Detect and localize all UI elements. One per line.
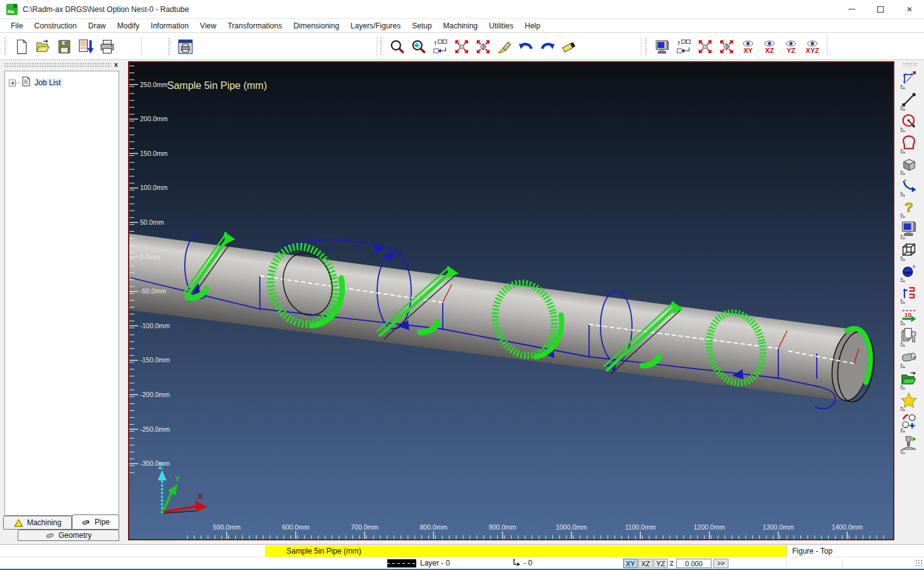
favorites-star-button[interactable] (900, 389, 921, 411)
auto-dimension-button[interactable]: 10 (900, 304, 921, 325)
viewport-layout-button[interactable] (673, 36, 694, 57)
menu-item-help[interactable]: Help (519, 20, 546, 32)
window-title: C:\Radm-ax DRGS\Nest Option Nest-0 - Rad… (23, 5, 189, 14)
toolbar-grip[interactable] (903, 62, 918, 66)
panel-close-icon[interactable]: x (112, 61, 120, 68)
viewport-layout-button[interactable] (430, 36, 451, 57)
redo-button[interactable] (537, 36, 558, 57)
orbit-view-button[interactable] (900, 261, 921, 282)
solid-cube-button[interactable] (900, 153, 921, 175)
plane-xy-button[interactable]: XY (623, 559, 638, 568)
menu-item-file[interactable]: File (5, 20, 28, 32)
z-axis-label: z (670, 559, 674, 567)
expand-more-button[interactable]: >> (713, 559, 728, 568)
print-preview-icon (177, 39, 194, 55)
zoom-extents-3d-button[interactable] (472, 36, 494, 57)
view-yz-button[interactable]: YZ (780, 36, 802, 57)
zoom-button[interactable] (387, 36, 408, 57)
menu-item-layers-figures[interactable]: Layers/Figures (345, 20, 406, 32)
view-xy-button[interactable]: XY (737, 36, 759, 57)
redraw-brush-button[interactable] (494, 36, 515, 57)
toolbar-grip[interactable] (380, 37, 383, 56)
tab-geometry[interactable]: Geometry (18, 530, 119, 541)
snap-points-button[interactable] (900, 411, 921, 432)
menu-item-view[interactable]: View (194, 20, 222, 32)
layer-linestyle-icon[interactable] (387, 559, 416, 567)
dimension-bounds-button[interactable] (900, 68, 921, 89)
panel-grip[interactable] (4, 62, 111, 68)
toolbar-grip[interactable] (4, 37, 7, 56)
save-file-icon (56, 39, 73, 55)
eraser-icon (561, 39, 577, 55)
render-view-button[interactable] (652, 36, 673, 57)
menu-item-construction[interactable]: Construction (28, 20, 82, 32)
help-button[interactable]: ? (900, 196, 921, 218)
menu-item-modify[interactable]: Modify (112, 20, 145, 32)
zoom-extents-icon (453, 39, 470, 55)
menu-item-machining[interactable]: Machining (438, 20, 484, 32)
open-file-icon (35, 39, 51, 55)
app-icon: Ra (6, 4, 18, 15)
svg-text:1100.0mm: 1100.0mm (625, 523, 656, 531)
svg-text:-50.0mm: -50.0mm (140, 287, 167, 295)
tool-library-button[interactable] (900, 325, 921, 347)
svg-text:-150.0mm: -150.0mm (140, 356, 170, 364)
zoom-previous-button[interactable] (408, 36, 430, 57)
eraser-button[interactable] (558, 36, 580, 57)
panel-tabs: Machining Pipe Geometry (0, 514, 124, 544)
import-folder-button[interactable] (900, 368, 921, 389)
menu-item-utilities[interactable]: Utilities (483, 20, 519, 32)
toolbar-grip[interactable] (645, 37, 648, 56)
z-value-input[interactable] (676, 559, 711, 568)
redraw-brush-icon (496, 39, 513, 55)
svg-text:GOIX: GOIX (80, 46, 88, 50)
maximize-icon (877, 6, 884, 13)
job-tree: Job List (4, 71, 119, 516)
print-button[interactable] (96, 36, 118, 57)
menu-item-setup[interactable]: Setup (406, 20, 437, 32)
maximize-button[interactable] (866, 0, 895, 19)
svg-text:250.0mm: 250.0mm (140, 81, 168, 88)
print-preview-button[interactable] (175, 36, 196, 57)
expand-icon[interactable] (9, 80, 16, 86)
draw-dome-button[interactable] (900, 132, 921, 153)
view-xy-label: XY (744, 47, 753, 54)
viewport-3d[interactable]: Sample 5in Pipe (mm) (128, 61, 894, 540)
axis-y-label: Y (175, 474, 180, 484)
resize-grip[interactable] (915, 559, 923, 567)
export-code-button[interactable]: GOIXGOIYGOIX (75, 36, 96, 57)
draw-arc-button[interactable] (900, 175, 921, 196)
svg-text:500.0mm: 500.0mm (213, 523, 241, 531)
render-view-button[interactable] (900, 218, 921, 239)
wireframe-cube-button[interactable] (900, 239, 921, 261)
undo-button[interactable] (515, 36, 537, 57)
menu-item-transformations[interactable]: Transformations (222, 20, 288, 32)
view-xyz-button[interactable]: XYZ (802, 36, 823, 57)
plane-yz-button[interactable]: YZ (653, 559, 668, 568)
zoom-extents-3d-button[interactable] (716, 36, 737, 57)
plane-xz-button[interactable]: XZ (638, 559, 653, 568)
job-list-node[interactable]: Job List (9, 76, 119, 89)
menu-item-dimensioning[interactable]: Dimensioning (288, 20, 345, 32)
profile-channels-button[interactable] (900, 282, 921, 304)
toolbar-grip[interactable] (168, 37, 171, 56)
tab-pipe[interactable]: Pipe (72, 514, 119, 530)
zoom-extents-button[interactable] (451, 36, 472, 57)
draw-line-button[interactable] (900, 89, 921, 110)
new-file-button[interactable] (11, 36, 32, 57)
open-file-button[interactable] (32, 36, 54, 57)
pipe-solid-button[interactable] (900, 347, 921, 368)
save-file-button[interactable] (54, 36, 75, 57)
tab-machining[interactable]: Machining (3, 516, 72, 530)
close-button[interactable]: ✕ (895, 0, 924, 19)
view-xz-icon (764, 40, 775, 47)
post-process-button[interactable] (900, 432, 921, 454)
menu-item-draw[interactable]: Draw (83, 20, 112, 32)
draw-circle-button[interactable] (900, 110, 921, 132)
zoom-extents-button[interactable] (694, 36, 716, 57)
svg-text:700.0mm: 700.0mm (351, 523, 378, 531)
minimize-button[interactable] (837, 0, 866, 19)
menu-item-information[interactable]: Information (145, 20, 194, 32)
view-xz-button[interactable]: XZ (759, 36, 780, 57)
render-view-icon (654, 39, 670, 55)
